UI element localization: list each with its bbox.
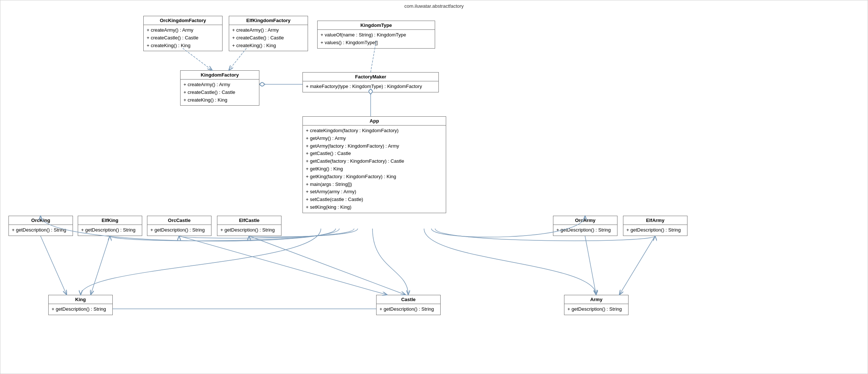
kingdom-factory-title: KingdomFactory <box>181 71 259 80</box>
king-title: King <box>49 295 112 304</box>
army-body: + getDescription() : String <box>564 304 628 315</box>
elf-castle-box: ElfCastle + getDescription() : String <box>217 216 281 236</box>
orc-army-title: OrcArmy <box>553 216 617 225</box>
orc-king-title: OrcKing <box>9 216 73 225</box>
svg-line-11 <box>619 236 655 295</box>
diagram-container: com.iluwatar.abstractfactory OrcKingdomF… <box>0 0 868 374</box>
kingdom-type-box: KingdomType + valueOf(name : String) : K… <box>317 21 435 49</box>
army-title: Army <box>564 295 628 304</box>
kingdom-factory-box: KingdomFactory + createArmy() : Army + c… <box>180 70 259 106</box>
king-box: King + getDescription() : String <box>48 295 113 315</box>
elf-king-title: ElfKing <box>78 216 142 225</box>
castle-box: Castle + getDescription() : String <box>376 295 441 315</box>
orc-king-body: + getDescription() : String <box>9 225 73 236</box>
elf-army-box: ElfArmy + getDescription() : String <box>623 216 687 236</box>
svg-line-8 <box>179 236 387 295</box>
orc-army-box: OrcArmy + getDescription() : String <box>553 216 617 236</box>
orc-kingdom-factory-body: + createArmy() : Army + createCastle() :… <box>144 25 222 51</box>
svg-line-10 <box>585 236 596 295</box>
app-box: App + createKingdom(factory : KingdomFac… <box>302 116 446 213</box>
elf-army-title: ElfArmy <box>623 216 687 225</box>
elf-army-body: + getDescription() : String <box>623 225 687 236</box>
app-title: App <box>303 117 446 126</box>
elf-castle-title: ElfCastle <box>217 216 281 225</box>
package-label: com.iluwatar.abstractfactory <box>404 3 463 9</box>
orc-kingdom-factory-title: OrcKingdomFactory <box>144 16 222 25</box>
kingdom-factory-body: + createArmy() : Army + createCastle() :… <box>181 80 259 105</box>
elf-king-body: + getDescription() : String <box>78 225 142 236</box>
svg-line-6 <box>41 236 67 295</box>
factory-maker-box: FactoryMaker + makeFactory(type : Kingdo… <box>302 72 439 92</box>
kingdom-type-body: + valueOf(name : String) : KingdomType +… <box>318 30 435 48</box>
elf-castle-body: + getDescription() : String <box>217 225 281 236</box>
elf-king-box: ElfKing + getDescription() : String <box>78 216 142 236</box>
svg-line-9 <box>249 236 406 295</box>
castle-title: Castle <box>377 295 440 304</box>
svg-line-2 <box>229 48 246 70</box>
army-box: Army + getDescription() : String <box>564 295 629 315</box>
orc-castle-title: OrcCastle <box>147 216 211 225</box>
elf-kingdom-factory-body: + createArmy() : Army + createCastle() :… <box>229 25 308 51</box>
svg-line-1 <box>183 48 212 70</box>
factory-maker-body: + makeFactory(type : KingdomType) : King… <box>303 81 438 92</box>
orc-kingdom-factory-box: OrcKingdomFactory + createArmy() : Army … <box>143 16 223 51</box>
orc-castle-body: + getDescription() : String <box>147 225 211 236</box>
orc-army-body: + getDescription() : String <box>553 225 617 236</box>
king-body: + getDescription() : String <box>49 304 112 315</box>
app-body: + createKingdom(factory : KingdomFactory… <box>303 126 446 213</box>
elf-kingdom-factory-title: ElfKingdomFactory <box>229 16 308 25</box>
orc-castle-box: OrcCastle + getDescription() : String <box>147 216 211 236</box>
orc-king-box: OrcKing + getDescription() : String <box>8 216 73 236</box>
kingdom-type-title: KingdomType <box>318 21 435 30</box>
elf-kingdom-factory-box: ElfKingdomFactory + createArmy() : Army … <box>229 16 308 51</box>
castle-body: + getDescription() : String <box>377 304 440 315</box>
factory-maker-title: FactoryMaker <box>303 73 438 81</box>
svg-line-7 <box>91 236 110 295</box>
